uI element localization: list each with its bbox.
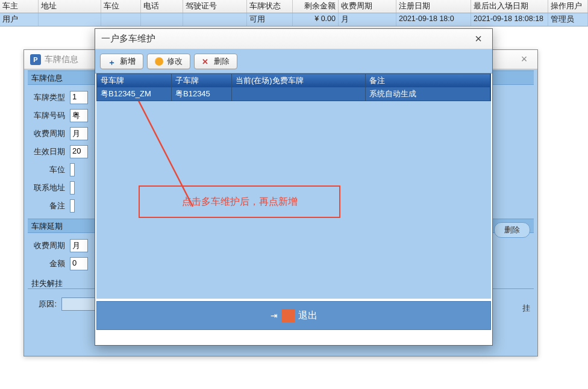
cell-opuser: 管理员 [548, 13, 588, 26]
cell-owner: 用户 [0, 13, 39, 26]
exit-highlight-box [281, 309, 295, 322]
cell-address [39, 13, 101, 26]
col-owner[interactable]: 车主 [0, 0, 39, 13]
car-table-row[interactable]: 粤B12345_ZM 粤B12345 系统自动生成 [97, 87, 490, 101]
col-plate-state[interactable]: 车牌状态 [247, 0, 293, 13]
multi-car-title: 一户多车维护 [101, 33, 471, 45]
lbl-space: 车位 [30, 164, 67, 175]
fld-effective[interactable]: 20 [70, 145, 88, 158]
col-reg[interactable]: 注册日期 [396, 0, 471, 13]
th-remark[interactable]: 备注 [366, 74, 490, 87]
parking-icon: P [30, 54, 41, 65]
lbl-remark: 备注 [30, 201, 67, 211]
cell-space [101, 13, 141, 26]
lbl-reason: 原因: [30, 299, 59, 310]
fld-address[interactable] [70, 181, 75, 194]
fld-amount[interactable]: 0 [70, 257, 88, 270]
lbl-amount: 金额 [30, 258, 67, 269]
fld-pay-cycle2[interactable]: 月 [70, 239, 88, 252]
col-cycle[interactable]: 收费周期 [339, 0, 396, 13]
cell-last: 2021-09-18 18:08:18 [471, 13, 548, 26]
plus-icon: ＋ [108, 57, 116, 66]
delete-button-label: 删除 [214, 56, 230, 67]
gua-label[interactable]: 挂 [522, 303, 530, 314]
toolbar: ＋ 新增 修改 ✕ 删除 [95, 49, 492, 73]
cell-reg: 2021-09-18 18:0 [396, 13, 471, 26]
col-license[interactable]: 驾驶证号 [183, 0, 247, 13]
fld-plate-type[interactable]: 1 [70, 91, 88, 104]
col-address[interactable]: 地址 [39, 0, 101, 13]
grid-header: 车主 地址 车位 电话 驾驶证号 车牌状态 剩余金额 收费周期 注册日期 最后出… [0, 0, 588, 13]
add-button-label: 新增 [120, 56, 136, 67]
annotation-text: 点击多车维护后，再点新增 [139, 185, 340, 218]
fld-pay-cycle[interactable]: 月 [70, 127, 88, 140]
fld-remark[interactable] [70, 199, 75, 213]
td-current-free [232, 87, 366, 101]
cell-plate-state: 可用 [247, 13, 293, 26]
lbl-address: 联系地址 [30, 182, 67, 193]
td-remark: 系统自动生成 [366, 87, 490, 101]
cell-license [183, 13, 247, 26]
delete-pill-button[interactable]: 删除 [494, 222, 530, 238]
add-button[interactable]: ＋ 新增 [100, 54, 143, 69]
cell-phone [141, 13, 183, 26]
td-child-plate: 粤B12345 [172, 87, 232, 101]
col-phone[interactable]: 电话 [141, 0, 183, 13]
car-table: 母车牌 子车牌 当前(在场)免费车牌 备注 粤B12345_ZM 粤B12345… [96, 73, 491, 101]
col-last[interactable]: 最后出入场日期 [471, 0, 548, 13]
edit-button[interactable]: 修改 [147, 54, 190, 69]
delete-button[interactable]: ✕ 删除 [194, 54, 237, 69]
cell-balance: ¥ 0.00 [293, 13, 339, 26]
lbl-pay-cycle2: 收费周期 [30, 240, 67, 251]
fld-space[interactable] [70, 163, 75, 176]
blank-area: 点击多车维护后，再点新增 [96, 101, 491, 299]
lbl-pay-cycle: 收费周期 [30, 128, 67, 139]
col-balance[interactable]: 剩余金额 [293, 0, 339, 13]
delete-icon: ✕ [202, 57, 210, 66]
td-mother-plate: 粤B12345_ZM [97, 87, 172, 101]
fld-plate-no[interactable]: 粤 [70, 109, 88, 122]
col-space[interactable]: 车位 [101, 0, 141, 13]
th-current-free[interactable]: 当前(在场)免费车牌 [232, 74, 366, 87]
plate-info-close-button[interactable]: × [517, 53, 531, 66]
cell-cycle: 月 [339, 13, 396, 26]
exit-label: 退出 [298, 310, 317, 322]
exit-icon: ⇥ [271, 311, 278, 320]
multi-car-dialog: 一户多车维护 × ＋ 新增 修改 ✕ 删除 母车牌 子车牌 当前(在场)免费车牌… [95, 28, 493, 346]
grid-row[interactable]: 用户 可用 ¥ 0.00 月 2021-09-18 18:0 2021-09-1… [0, 13, 588, 26]
car-table-header: 母车牌 子车牌 当前(在场)免费车牌 备注 [97, 74, 490, 87]
exit-button[interactable]: ⇥ 退出 [96, 301, 491, 330]
col-opuser[interactable]: 操作用户 [548, 0, 588, 13]
th-child-plate[interactable]: 子车牌 [172, 74, 232, 87]
lbl-effective: 生效日期 [30, 146, 67, 157]
lbl-plate-type: 车牌类型 [30, 92, 67, 103]
edit-button-label: 修改 [167, 56, 183, 67]
edit-icon [155, 57, 163, 66]
multi-car-titlebar[interactable]: 一户多车维护 × [95, 29, 492, 49]
multi-car-close-button[interactable]: × [471, 32, 486, 46]
th-mother-plate[interactable]: 母车牌 [97, 74, 172, 87]
lbl-plate-no: 车牌号码 [30, 110, 67, 121]
